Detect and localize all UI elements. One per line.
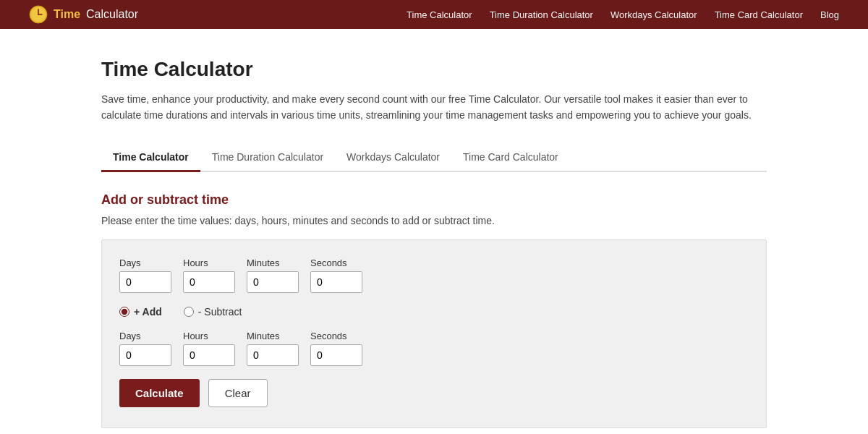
days-label-2: Days xyxy=(119,331,171,341)
seconds-input-1[interactable] xyxy=(310,271,362,293)
brand-link[interactable]: Time Calculator xyxy=(29,5,138,24)
brand-calculator: Calculator xyxy=(86,8,138,21)
seconds-input-2[interactable] xyxy=(310,344,362,366)
subtract-label: - Subtract xyxy=(198,306,242,318)
hours-input-2[interactable] xyxy=(183,344,235,366)
tab-time-calculator[interactable]: Time Calculator xyxy=(101,144,200,172)
navbar: Time Calculator Time Calculator Time Dur… xyxy=(0,0,868,29)
time-row-1: Days Hours Minutes Seconds xyxy=(119,258,749,293)
nav-time-calculator[interactable]: Time Calculator xyxy=(407,9,472,20)
add-label: + Add xyxy=(134,306,162,318)
add-radio-label[interactable]: + Add xyxy=(119,306,162,318)
hours-label-1: Hours xyxy=(183,258,235,268)
nav-workdays-calculator[interactable]: Workdays Calculator xyxy=(610,9,697,20)
tab-workdays-calculator[interactable]: Workdays Calculator xyxy=(335,144,451,172)
field-hours-2: Hours xyxy=(183,331,235,366)
time-row-2: Days Hours Minutes Seconds xyxy=(119,331,749,366)
field-minutes-1: Minutes xyxy=(247,258,299,293)
hours-input-1[interactable] xyxy=(183,271,235,293)
field-minutes-2: Minutes xyxy=(247,331,299,366)
field-seconds-2: Seconds xyxy=(310,331,362,366)
section-description: Please enter the time values: days, hour… xyxy=(101,215,767,226)
button-row: Calculate Clear xyxy=(119,379,749,407)
seconds-label-1: Seconds xyxy=(310,258,362,268)
calculate-button[interactable]: Calculate xyxy=(119,379,200,407)
main-content: Time Calculator Save time, enhance your … xyxy=(87,29,781,428)
minutes-input-1[interactable] xyxy=(247,271,299,293)
tab-duration-calculator[interactable]: Time Duration Calculator xyxy=(200,144,335,172)
days-label-1: Days xyxy=(119,258,171,268)
brand-time: Time xyxy=(54,8,80,21)
operation-row: + Add - Subtract xyxy=(119,306,749,318)
nav-blog[interactable]: Blog xyxy=(820,9,839,20)
clear-button[interactable]: Clear xyxy=(208,379,268,407)
minutes-label-1: Minutes xyxy=(247,258,299,268)
hours-label-2: Hours xyxy=(183,331,235,341)
nav-links: Time Calculator Time Duration Calculator… xyxy=(407,9,839,20)
days-input-1[interactable] xyxy=(119,271,171,293)
page-description: Save time, enhance your productivity, an… xyxy=(101,91,767,124)
clock-icon xyxy=(29,5,48,24)
tab-timecard-calculator[interactable]: Time Card Calculator xyxy=(451,144,570,172)
subtract-radio-label[interactable]: - Subtract xyxy=(184,306,242,318)
days-input-2[interactable] xyxy=(119,344,171,366)
seconds-label-2: Seconds xyxy=(310,331,362,341)
field-seconds-1: Seconds xyxy=(310,258,362,293)
tabs: Time Calculator Time Duration Calculator… xyxy=(101,144,767,172)
minutes-input-2[interactable] xyxy=(247,344,299,366)
add-radio[interactable] xyxy=(119,307,129,317)
field-days-1: Days xyxy=(119,258,171,293)
section-title: Add or subtract time xyxy=(101,192,767,208)
subtract-radio[interactable] xyxy=(184,307,194,317)
field-hours-1: Hours xyxy=(183,258,235,293)
minutes-label-2: Minutes xyxy=(247,331,299,341)
nav-duration-calculator[interactable]: Time Duration Calculator xyxy=(490,9,593,20)
field-days-2: Days xyxy=(119,331,171,366)
calc-box: Days Hours Minutes Seconds + Add xyxy=(101,239,767,428)
page-title: Time Calculator xyxy=(101,58,767,81)
nav-timecard-calculator[interactable]: Time Card Calculator xyxy=(715,9,803,20)
